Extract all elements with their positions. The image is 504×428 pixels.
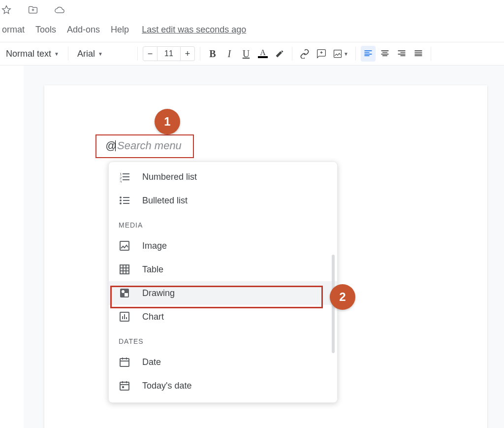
font-size-increase-button[interactable]: + — [180, 46, 195, 61]
svg-point-10 — [122, 290, 125, 293]
document-page[interactable]: @ Search menu 1 123 Numbered list Bullet… — [44, 85, 487, 428]
dropdown-item-date[interactable]: Date — [109, 350, 337, 374]
paragraph-style-label: Normal text — [6, 49, 51, 59]
svg-rect-15 — [122, 386, 124, 388]
separator — [137, 47, 138, 61]
last-edit-link[interactable]: Last edit was seconds ago — [142, 25, 246, 35]
dropdown-label: Numbered list — [142, 172, 197, 182]
image-icon — [119, 240, 130, 252]
dropdown-section-media: MEDIA — [109, 212, 337, 234]
text-color-bar — [258, 56, 268, 58]
align-left-button[interactable] — [361, 46, 376, 62]
star-icon[interactable] — [0, 2, 14, 18]
calendar-today-icon — [119, 380, 130, 392]
separator — [68, 47, 68, 61]
separator — [292, 47, 292, 61]
dropdown-item-image[interactable]: Image — [109, 234, 337, 258]
align-center-button[interactable] — [378, 46, 392, 62]
at-mention-dropdown: 123 Numbered list Bulleted list MEDIA Im… — [108, 162, 338, 403]
dropdown-item-bulleted-list[interactable]: Bulleted list — [109, 189, 337, 212]
font-family-select[interactable]: Arial ▼ — [73, 49, 132, 59]
text-color-button[interactable]: A — [255, 46, 270, 62]
paragraph-style-select[interactable]: Normal text ▼ — [2, 49, 63, 59]
highlight-color-button[interactable] — [272, 46, 287, 62]
dropdown-section-dates: DATES — [109, 329, 337, 350]
at-mention-prefix: @ — [105, 139, 116, 152]
search-menu-placeholder: Search menu — [117, 139, 182, 152]
annotation-marker-1: 1 — [155, 109, 180, 134]
svg-rect-13 — [120, 359, 129, 366]
insert-link-button[interactable] — [297, 46, 312, 62]
dropdown-item-chart[interactable]: Chart — [109, 305, 337, 329]
add-comment-button[interactable] — [314, 46, 329, 62]
svg-point-6 — [120, 202, 122, 204]
dropdown-item-numbered-list[interactable]: 123 Numbered list — [109, 165, 337, 189]
svg-rect-0 — [334, 50, 341, 58]
font-size-group: − + — [143, 46, 195, 61]
svg-rect-8 — [120, 265, 129, 274]
font-family-label: Arial — [77, 49, 95, 59]
text-color-letter: A — [260, 49, 266, 56]
text-cursor — [115, 140, 116, 151]
menu-help[interactable]: Help — [111, 25, 129, 35]
svg-rect-14 — [120, 382, 129, 390]
drawing-icon — [119, 287, 130, 299]
annotation-marker-2: 2 — [330, 284, 355, 310]
dropdown-item-drawing[interactable]: Drawing — [109, 281, 337, 305]
svg-rect-11 — [125, 293, 128, 296]
chevron-down-icon: ▼ — [98, 51, 103, 57]
dropdown-label: Date — [142, 357, 161, 367]
italic-button[interactable]: I — [222, 46, 237, 62]
menu-format[interactable]: ormat — [2, 25, 25, 35]
align-justify-button[interactable] — [411, 46, 426, 62]
font-size-input[interactable] — [158, 46, 180, 61]
svg-rect-7 — [120, 241, 129, 250]
insert-image-button[interactable]: ▼ — [331, 46, 350, 62]
menu-addons[interactable]: Add-ons — [67, 25, 100, 35]
document-canvas: @ Search menu 1 123 Numbered list Bullet… — [0, 66, 504, 428]
titlebar-actions — [0, 0, 504, 22]
dropdown-label: Today's date — [142, 381, 192, 391]
calendar-icon — [119, 356, 130, 368]
dropdown-label: Image — [142, 241, 167, 251]
move-icon[interactable] — [26, 2, 40, 18]
dropdown-label: Chart — [142, 312, 164, 322]
toolbar: Normal text ▼ Arial ▼ − + B I U A ▼ — [0, 42, 504, 66]
dropdown-item-table[interactable]: Table — [109, 258, 337, 281]
svg-text:3: 3 — [120, 180, 122, 183]
cloud-status-icon[interactable] — [52, 2, 67, 18]
dropdown-label: Table — [142, 264, 163, 275]
vertical-ruler — [0, 66, 24, 428]
menu-tools[interactable]: Tools — [35, 25, 56, 35]
separator — [200, 47, 200, 61]
dropdown-label: Bulleted list — [142, 196, 188, 206]
chevron-down-icon: ▼ — [54, 51, 59, 57]
menubar: ormat Tools Add-ons Help Last edit was s… — [0, 22, 504, 42]
dropdown-label: Drawing — [142, 288, 175, 298]
table-icon — [119, 263, 130, 275]
underline-button[interactable]: U — [239, 46, 253, 62]
font-size-decrease-button[interactable]: − — [143, 46, 158, 61]
numbered-list-icon: 123 — [119, 171, 130, 183]
svg-point-4 — [120, 197, 122, 198]
chart-icon — [119, 311, 130, 323]
chevron-down-icon: ▼ — [344, 51, 348, 57]
separator — [355, 47, 356, 61]
bold-button[interactable]: B — [205, 46, 220, 62]
dropdown-item-todays-date[interactable]: Today's date — [109, 374, 337, 397]
svg-point-5 — [120, 199, 122, 201]
bulleted-list-icon — [119, 195, 130, 206]
align-right-button[interactable] — [394, 46, 409, 62]
separator — [431, 47, 431, 61]
